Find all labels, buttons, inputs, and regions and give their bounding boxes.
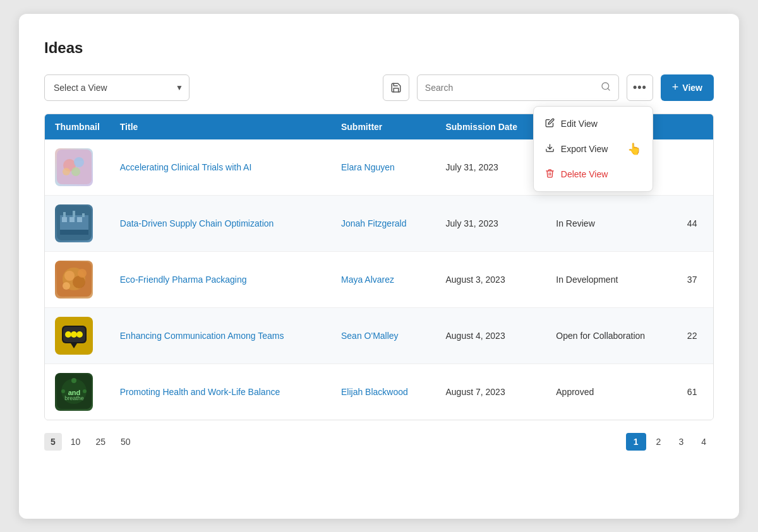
page-1-button[interactable]: 1	[626, 433, 646, 451]
ellipsis-icon: •••	[633, 81, 647, 94]
cell-thumbnail: and breathe	[45, 364, 110, 420]
cell-thumbnail	[45, 195, 110, 251]
thumbnail-image	[55, 148, 93, 186]
pagination: 5 10 25 50 1 2 3 4	[44, 433, 714, 451]
col-thumbnail: Thumbnail	[45, 114, 110, 139]
cell-thumbnail	[45, 307, 110, 364]
svg-rect-12	[77, 217, 82, 222]
export-view-item[interactable]: Export View 👆	[534, 136, 653, 162]
svg-point-6	[71, 167, 80, 176]
cell-count: 22	[677, 307, 713, 364]
edit-view-item[interactable]: Edit View	[534, 112, 653, 136]
page-title: Ideas	[44, 39, 714, 57]
delete-view-item[interactable]: Delete View	[534, 162, 653, 186]
select-view-wrapper: Select a View ▼	[44, 74, 190, 101]
select-view-dropdown[interactable]: Select a View	[44, 74, 190, 101]
col-submitter: Submitter	[331, 114, 436, 139]
svg-point-27	[71, 331, 77, 338]
page-size-10[interactable]: 10	[64, 433, 87, 451]
table-row: Eco-Friendly Pharma Packaging Maya Alvar…	[45, 251, 713, 307]
title-link[interactable]: Promoting Health and Work-Life Balance	[120, 387, 280, 397]
title-link[interactable]: Data-Driven Supply Chain Optimization	[120, 218, 274, 228]
title-link[interactable]: Enhancing Communication Among Teams	[120, 331, 284, 341]
title-link[interactable]: Accelerating Clinical Trials with AI	[120, 162, 252, 172]
table-row: Enhancing Communication Among Teams Sean…	[45, 307, 713, 364]
page-2-button[interactable]: 2	[649, 433, 669, 451]
export-view-label: Export View	[561, 144, 608, 154]
thumbnail-image	[55, 317, 93, 355]
svg-point-21	[63, 282, 70, 290]
more-options-button[interactable]: •••	[627, 74, 653, 101]
cell-submitter: Elara Nguyen	[331, 139, 436, 196]
svg-point-5	[74, 157, 84, 167]
page-nav-group: 1 2 3 4	[626, 433, 714, 451]
toolbar: Select a View ▼	[44, 74, 714, 101]
col-title: Title	[110, 114, 331, 139]
cell-date: August 4, 2023	[435, 307, 546, 364]
thumbnail-image: and breathe	[55, 373, 93, 411]
svg-point-28	[76, 331, 83, 338]
title-link[interactable]: Eco-Friendly Pharma Packaging	[120, 275, 247, 285]
cell-count: 37	[677, 251, 713, 307]
add-view-label: View	[682, 83, 702, 93]
cell-date: August 3, 2023	[435, 251, 546, 307]
submitter-link[interactable]: Maya Alvarez	[341, 275, 394, 285]
submitter-link[interactable]: Jonah Fitzgerald	[341, 218, 407, 228]
main-card: Ideas Select a View ▼	[19, 14, 739, 519]
cell-title: Eco-Friendly Pharma Packaging	[110, 251, 331, 307]
submitter-link[interactable]: Elara Nguyen	[341, 162, 395, 172]
svg-point-34	[71, 378, 76, 383]
page-size-25[interactable]: 25	[89, 433, 112, 451]
svg-rect-10	[62, 217, 67, 222]
submitter-link[interactable]: Sean O'Malley	[341, 331, 399, 341]
cell-thumbnail	[45, 251, 110, 307]
svg-point-36	[83, 389, 87, 393]
thumbnail-image	[55, 204, 93, 242]
edit-view-label: Edit View	[561, 119, 598, 129]
svg-rect-11	[69, 217, 75, 222]
search-icon	[601, 81, 611, 94]
export-icon	[545, 143, 555, 155]
cell-date: August 7, 2023	[435, 364, 546, 420]
svg-rect-14	[63, 212, 66, 217]
page-3-button[interactable]: 3	[671, 433, 691, 451]
save-view-button[interactable]	[383, 74, 409, 101]
svg-point-22	[78, 269, 87, 278]
more-btn-wrapper: ••• Edit View	[627, 74, 653, 101]
cell-submitter: Elijah Blackwood	[331, 364, 436, 420]
page-size-group: 5 10 25 50	[44, 433, 137, 451]
page-size-50[interactable]: 50	[114, 433, 137, 451]
cell-title: Data-Driven Supply Chain Optimization	[110, 195, 331, 251]
edit-icon	[545, 118, 555, 129]
page-size-5[interactable]: 5	[44, 433, 62, 451]
svg-rect-16	[82, 213, 85, 217]
add-view-button[interactable]: + View	[661, 74, 714, 101]
cell-count: 44	[677, 195, 713, 251]
cell-status: In Development	[546, 251, 677, 307]
cell-date: July 31, 2023	[435, 195, 546, 251]
thumb-art-5: and breathe	[57, 374, 92, 409]
page-4-button[interactable]: 4	[694, 433, 714, 451]
cell-title: Promoting Health and Work-Life Balance	[110, 364, 331, 420]
svg-point-7	[63, 168, 70, 175]
thumb-art-1	[57, 150, 92, 184]
delete-view-label: Delete View	[561, 169, 608, 179]
svg-line-1	[608, 88, 610, 90]
cell-title: Enhancing Communication Among Teams	[110, 307, 331, 364]
svg-rect-15	[73, 211, 75, 217]
save-icon	[390, 82, 402, 93]
trash-icon	[545, 168, 555, 180]
table-row: and breathe Promoting Health and Work-Li…	[45, 364, 713, 420]
submitter-link[interactable]: Elijah Blackwood	[341, 387, 408, 397]
search-wrapper	[417, 74, 619, 101]
cell-status: In Review	[546, 195, 677, 251]
thumbnail-image	[55, 261, 93, 299]
svg-point-19	[64, 271, 75, 281]
search-input[interactable]	[425, 83, 597, 93]
cell-status: Open for Collaboration	[546, 307, 677, 364]
dropdown-menu: Edit View Export View 👆	[533, 106, 653, 192]
cell-submitter: Sean O'Malley	[331, 307, 436, 364]
cell-submitter: Maya Alvarez	[331, 251, 436, 307]
col-count	[677, 114, 713, 139]
cell-count: 61	[677, 364, 713, 420]
